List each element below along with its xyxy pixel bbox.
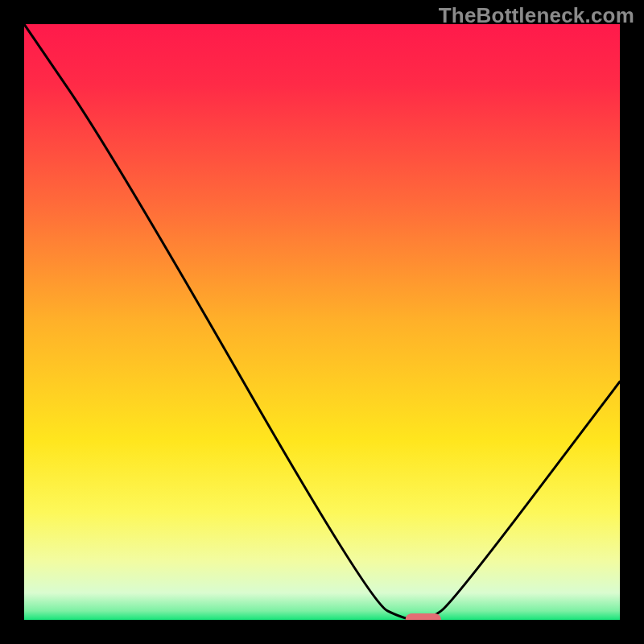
optimal-marker: [406, 613, 441, 620]
chart-frame: TheBottleneck.com: [0, 0, 644, 644]
plot-area: [24, 24, 620, 620]
gradient-background: [24, 24, 620, 620]
bottleneck-chart: [24, 24, 620, 620]
